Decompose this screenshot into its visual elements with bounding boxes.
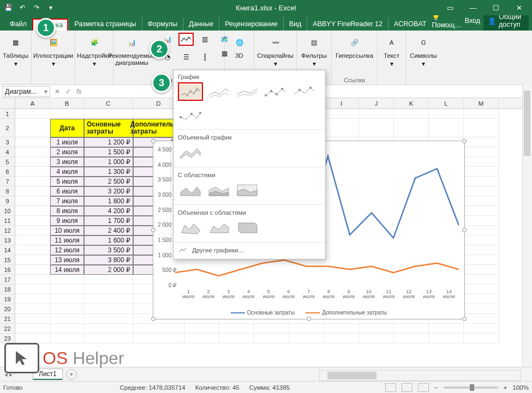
cell[interactable]: 12 июля [50,245,84,255]
tables-button[interactable]: ▦Таблицы▾ [1,33,31,68]
row-header[interactable]: 10 [0,206,15,216]
cell[interactable] [15,119,50,137]
area-stacked-thumb[interactable] [206,180,231,199]
line-stacked-markers-thumb[interactable] [291,82,316,101]
page-break-view-icon[interactable] [418,383,429,392]
cell[interactable] [15,324,50,334]
qat-customize-icon[interactable]: ▾ [45,2,57,14]
cell[interactable] [464,245,499,255]
cell[interactable] [464,285,499,294]
cell[interactable] [15,177,50,186]
tab-file[interactable]: Файл [4,17,32,31]
enter-icon[interactable]: ✓ [65,88,71,95]
zoom-out-icon[interactable]: − [434,384,438,391]
cell[interactable] [84,275,133,285]
bar-chart-icon[interactable]: ☰ [178,51,194,64]
more-line-charts[interactable]: Другие графики... [174,244,325,257]
cell[interactable] [464,206,499,216]
cell[interactable]: Дата [50,119,84,137]
cell[interactable]: 1 500 ₽ [84,147,133,157]
cell[interactable] [219,334,254,343]
cell[interactable] [50,275,84,285]
cell[interactable] [15,196,50,206]
column-header[interactable]: A [15,98,50,108]
cell[interactable] [429,109,464,119]
cell[interactable] [394,109,429,119]
cell[interactable] [464,334,499,343]
cell[interactable]: 5 июля [50,177,84,186]
stat-chart-icon[interactable]: ┇ [197,51,212,64]
cell[interactable] [84,285,133,294]
cell[interactable]: 14 июля [50,265,84,275]
cell[interactable] [464,177,499,186]
3d-map-button[interactable]: 🌐3D [229,33,250,61]
column-header[interactable]: I [324,98,359,108]
cell[interactable] [15,304,50,314]
filters-button[interactable]: ▤Фильтры▾ [299,33,329,68]
area-3d-thumb[interactable] [178,218,203,237]
row-header[interactable]: 18 [0,285,15,294]
cell[interactable] [15,265,50,275]
redo-icon[interactable]: ↷ [31,2,43,14]
cell[interactable] [15,275,50,285]
cell[interactable] [464,196,499,206]
maximize-icon[interactable]: ☐ [485,0,507,15]
cell[interactable] [15,167,50,177]
select-all-corner[interactable] [0,98,15,108]
row-header[interactable]: 6 [0,167,15,177]
line-100-thumb[interactable] [235,82,260,101]
cell[interactable] [15,245,50,255]
cell[interactable] [84,109,133,119]
cell[interactable] [15,147,50,157]
cell[interactable] [15,206,50,216]
column-header[interactable]: M [464,98,499,108]
cell[interactable] [464,235,499,245]
cell[interactable] [359,119,394,137]
tab-abbyy[interactable]: ABBYY FineReader 12 [307,17,388,31]
cell[interactable] [84,334,133,343]
area-3d-100-thumb[interactable] [235,218,260,237]
sign-in[interactable]: Вход [465,17,480,25]
cell[interactable] [464,137,499,147]
cell[interactable] [429,334,464,343]
cell[interactable] [84,294,133,304]
cell[interactable] [84,304,133,314]
cell[interactable]: 4 200 ₽ [84,206,133,216]
cell[interactable] [184,324,219,334]
cell[interactable] [359,109,394,119]
tab-review[interactable]: Рецензирование [219,17,283,31]
tab-page-layout[interactable]: Разметка страницы [68,17,141,31]
hyperlink-button[interactable]: 🔗Гиперссылка [333,33,375,61]
cell[interactable] [15,285,50,294]
cell[interactable] [133,334,184,343]
cell[interactable]: 11 июля [50,235,84,245]
zoom-in-icon[interactable]: + [504,384,507,391]
line-chart-icon[interactable] [178,33,194,46]
cell[interactable]: 7 июля [50,196,84,206]
cell[interactable] [464,255,499,265]
row-header[interactable]: 12 [0,226,15,235]
cell[interactable] [464,226,499,235]
row-header[interactable]: 4 [0,147,15,157]
row-header[interactable]: 2 [0,119,15,137]
area-basic-thumb[interactable] [178,180,203,199]
horizontal-scrollbar[interactable] [319,370,521,381]
normal-view-icon[interactable] [385,383,396,392]
ribbon-display-icon[interactable]: ▭ [439,0,461,15]
cell[interactable] [464,186,499,196]
cell[interactable] [84,314,133,324]
cell[interactable]: 2 400 ₽ [84,226,133,235]
page-layout-view-icon[interactable] [402,383,413,392]
cell[interactable] [464,147,499,157]
cell[interactable] [464,324,499,334]
cell[interactable] [464,157,499,167]
cell[interactable] [394,119,429,137]
cell[interactable] [429,119,464,137]
cell[interactable]: 1 200 ₽ [84,137,133,147]
cell[interactable] [464,119,499,137]
tab-formulas[interactable]: Формулы [142,17,183,31]
cell[interactable] [50,324,84,334]
zoom-slider[interactable] [444,386,498,389]
cell[interactable] [15,109,50,119]
cell[interactable] [50,334,84,343]
